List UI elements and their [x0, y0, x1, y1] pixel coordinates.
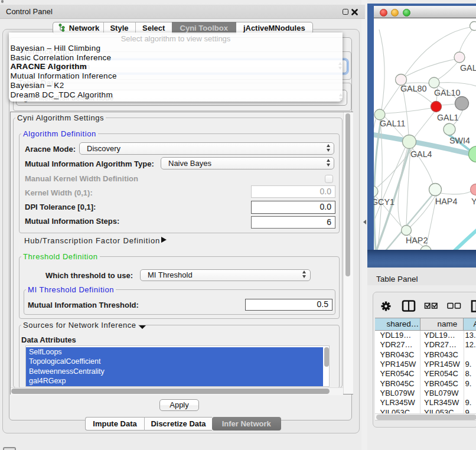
svg-text:GAL2: GAL2 [460, 63, 476, 73]
svg-text:HAP4: HAP4 [435, 197, 457, 206]
svg-text:GAL11: GAL11 [380, 119, 405, 128]
svg-text:GAL1: GAL1 [437, 113, 459, 122]
svg-text:SWI4: SWI4 [449, 136, 470, 145]
svg-text:Y: Y [471, 197, 476, 206]
svg-text:GAL4: GAL4 [410, 149, 432, 159]
svg-text:GAL10: GAL10 [434, 88, 461, 97]
svg-text:GAL80: GAL80 [400, 84, 427, 93]
svg-text:GCY1: GCY1 [374, 197, 395, 207]
svg-text:HAP2: HAP2 [406, 236, 428, 245]
